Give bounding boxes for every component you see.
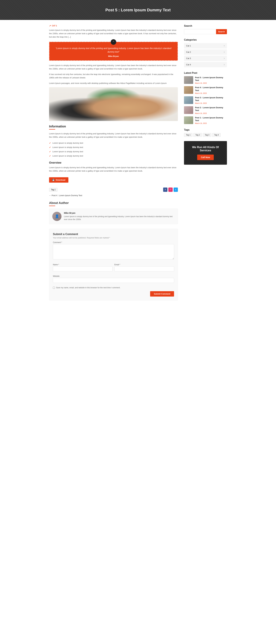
category-label: ↗ CAT 1 xyxy=(49,24,178,27)
name-label: Name * xyxy=(53,264,112,266)
information-title: Information xyxy=(49,125,178,128)
tag-item[interactable]: Tag 2 xyxy=(193,133,202,137)
post-date: March 16, 2023 xyxy=(195,82,227,84)
hero-section: Post 5 : Lorem Ipsum Dummy Text xyxy=(0,0,276,20)
tag-button[interactable]: Tag 1 xyxy=(49,188,58,192)
name-field-group: Name * xyxy=(53,264,112,273)
sidebar: Search Search Categories Cat 1 > Cat 2 >… xyxy=(184,24,227,300)
sidebar-categories-section: Categories Cat 1 > Cat 2 > Cat 3 > Cat 4… xyxy=(184,38,227,67)
post-info: Post 4 : Lorem Ipsum Dummy Text March 16… xyxy=(195,86,227,94)
post-info: Post 1 : Lorem Ipsum Dummy Text March 16… xyxy=(195,116,227,124)
list-item: ✓ Lorem Ipsum is simply dummy text xyxy=(49,150,178,154)
comment-form-note: Your email address will not be published… xyxy=(53,237,174,239)
email-label: Email * xyxy=(114,264,174,266)
sidebar-search-section: Search Search xyxy=(184,24,227,34)
tags-row: Tag 1 Tag 2 Tag 3 Tag 4 xyxy=(184,133,227,137)
quote-icon: “ xyxy=(111,39,116,45)
sidebar-latest-posts-section: Latest Post Post 5 : Lorem Ipsum Dummy T… xyxy=(184,72,227,124)
article-image-inner xyxy=(49,87,178,121)
latest-post-item[interactable]: Post 4 : Lorem Ipsum Dummy Text March 16… xyxy=(184,86,227,94)
overview-title: Overview xyxy=(49,161,178,164)
sidebar-item-cat3[interactable]: Cat 3 > xyxy=(184,56,227,61)
sidebar-item-cat2[interactable]: Cat 2 > xyxy=(184,49,227,55)
categories-title: Categories xyxy=(184,38,227,41)
check-icon: ✓ xyxy=(49,146,51,148)
intro-text: Lorem Ipsum is simply dummy text of the … xyxy=(49,28,178,39)
submit-comment-button[interactable]: Submit Comment xyxy=(150,291,174,296)
save-checkbox[interactable] xyxy=(53,287,55,289)
download-button[interactable]: 💾 Download xyxy=(49,177,68,182)
search-button[interactable]: Search xyxy=(216,29,227,34)
list-item: ✓ Lorem Ipsum is simply dummy text xyxy=(49,141,178,145)
tag-item[interactable]: Tag 4 xyxy=(212,133,221,137)
sidebar-tags-section: Tags Tag 1 Tag 2 Tag 3 Tag 4 xyxy=(184,128,227,137)
sidebar-item-cat1[interactable]: Cat 1 > xyxy=(184,43,227,48)
category-icon: ↗ xyxy=(49,24,51,27)
comment-form-title: Submit a Comment xyxy=(53,232,174,236)
tag-item[interactable]: Tag 1 xyxy=(184,133,192,137)
comment-field-group: Comment * xyxy=(53,241,174,262)
chevron-right-icon: > xyxy=(224,57,225,60)
cat-item-label: Cat 4 xyxy=(186,64,191,66)
name-input[interactable] xyxy=(53,266,112,272)
latest-post-item[interactable]: Post 1 : Lorem Ipsum Dummy Text March 16… xyxy=(184,116,227,124)
prev-post-link[interactable]: ← Post 4 : Lorem Ipsum Dummy Text xyxy=(49,194,178,196)
latest-post-item[interactable]: Post 3 : Lorem Ipsum Dummy Text March 16… xyxy=(184,96,227,104)
email-input[interactable] xyxy=(114,266,174,272)
author-underline xyxy=(49,206,55,206)
post-date: March 16, 2023 xyxy=(195,122,227,124)
save-label: Save my name, email, and website in this… xyxy=(56,286,120,289)
check-icon: ✓ xyxy=(49,155,51,157)
latest-post-item[interactable]: Post 5 : Lorem Ipsum Dummy Text March 16… xyxy=(184,76,227,84)
sidebar-item-cat4[interactable]: Cat 4 > xyxy=(184,62,227,67)
post-title: Post 1 : Lorem Ipsum Dummy Text xyxy=(195,116,227,122)
instagram-icon[interactable]: ♡ xyxy=(168,188,173,192)
page-container: ↗ CAT 1 Lorem Ipsum is simply dummy text… xyxy=(46,20,230,305)
thumb-image xyxy=(184,106,193,114)
cat-item-label: Cat 2 xyxy=(186,51,191,53)
author-card: 👤 Mike Bryan Lorem Ipsum is simply dummy… xyxy=(49,208,178,224)
search-input[interactable] xyxy=(184,29,216,34)
post-info: Post 2 : Lorem Ipsum Dummy Text March 16… xyxy=(195,106,227,114)
comment-form: Submit a Comment Your email address will… xyxy=(49,229,178,300)
search-title: Search xyxy=(184,24,227,27)
body-text-1: Lorem Ipsum is simply dummy text of the … xyxy=(49,64,178,70)
call-now-button[interactable]: Call Now xyxy=(197,154,214,160)
comment-textarea[interactable] xyxy=(53,244,174,260)
body-text-3: Lorem Ipsum passages, and more recently … xyxy=(49,82,178,85)
thumb-image xyxy=(184,86,193,94)
tag-item[interactable]: Tag 3 xyxy=(203,133,211,137)
prev-post-anchor[interactable]: ← Post 4 : Lorem Ipsum Dummy Text xyxy=(49,194,82,196)
section-underline xyxy=(49,129,55,130)
post-thumbnail xyxy=(184,96,193,104)
post-date: March 16, 2023 xyxy=(195,112,227,114)
post-title: Post 4 : Lorem Ipsum Dummy Text xyxy=(195,86,227,92)
save-checkbox-row: Save my name, email, and website in this… xyxy=(53,286,174,289)
latest-posts-title: Latest Post xyxy=(184,72,227,74)
post-thumbnail xyxy=(184,86,193,94)
overview-text: Lorem Ipsum is simply dummy text of the … xyxy=(49,166,178,173)
website-field-group: Website xyxy=(53,275,174,285)
body-text-2: It has survived not only five centuries,… xyxy=(49,73,178,80)
avatar: 👤 xyxy=(52,212,62,221)
chevron-right-icon: > xyxy=(224,64,225,66)
list-item: ✓ Lorem Ipsum is simply dummy text xyxy=(49,145,178,150)
social-icons: f ♡ t xyxy=(163,188,178,192)
post-title: Post 5 : Lorem Ipsum Dummy Text xyxy=(195,76,227,82)
twitter-icon[interactable]: t xyxy=(174,188,178,192)
email-field-group: Email * xyxy=(114,264,174,273)
website-input[interactable] xyxy=(53,278,174,283)
download-label: Download xyxy=(56,179,65,181)
comment-label: Comment * xyxy=(53,241,174,244)
latest-post-item[interactable]: Post 2 : Lorem Ipsum Dummy Text March 16… xyxy=(184,106,227,114)
check-icon: ✓ xyxy=(49,150,51,153)
facebook-icon[interactable]: f xyxy=(163,188,168,192)
information-text: Lorem Ipsum is simply dummy text of the … xyxy=(49,132,178,139)
checklist-text: Lorem Ipsum is simply dummy text xyxy=(52,142,83,144)
cat-item-label: Cat 1 xyxy=(186,44,191,47)
quote-text: "Lorem Ipsum is simply dummy text of the… xyxy=(54,46,173,54)
post-date: March 16, 2023 xyxy=(195,92,227,94)
checklist-text: Lorem Ipsum is simply dummy text xyxy=(52,155,83,157)
thumb-image xyxy=(184,116,193,124)
search-box: Search xyxy=(184,29,227,34)
